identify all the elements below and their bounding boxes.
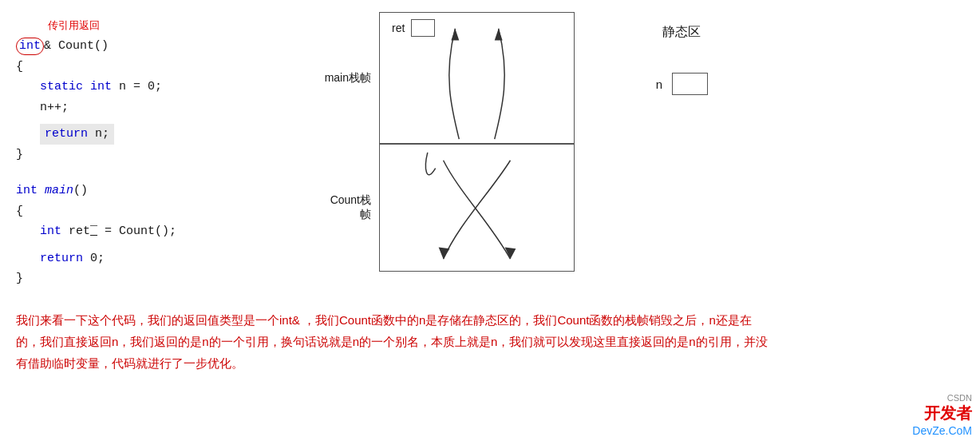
svg-marker-3 xyxy=(439,247,450,259)
return-n-highlighted: return n; xyxy=(40,124,114,145)
count-frame-arrows xyxy=(380,145,574,271)
code-line-4: n++; xyxy=(40,97,311,118)
code-line-9: int ret‾ = Count(); xyxy=(40,221,311,242)
n-var-box xyxy=(672,73,708,95)
code-line-1: int& Count() xyxy=(16,36,311,57)
watermark-top: CSDN xyxy=(947,393,972,403)
main-frame-box: ret xyxy=(379,12,575,144)
code-line-11: } xyxy=(16,268,311,289)
page-container: 传引用返回 int& Count() { static int n = 0; n… xyxy=(0,0,980,382)
code-line-8: { xyxy=(16,201,311,222)
count-frame-label: Count栈帧 xyxy=(319,193,379,222)
code-panel: 传引用返回 int& Count() { static int n = 0; n… xyxy=(16,12,311,289)
svg-marker-0 xyxy=(451,29,459,41)
watermark-sub: DevZe.CoM xyxy=(912,424,972,437)
code-line-10: return 0; xyxy=(40,248,311,269)
static-var-row: n xyxy=(646,73,708,95)
static-panel: 静态区 n xyxy=(599,12,964,95)
code-block-2: int main() { int ret‾ = Count(); return … xyxy=(16,181,311,289)
bottom-explanation-text: 我们来看一下这个代码，我们的返回值类型是一个int& ，我们Count函数中的n… xyxy=(16,309,774,374)
main-frame-label: main栈帧 xyxy=(319,71,379,85)
main-frame-row: main栈帧 ret xyxy=(319,12,599,144)
code-line-2: { xyxy=(16,57,311,77)
code-line-7: int main() xyxy=(16,181,311,201)
top-section: 传引用返回 int& Count() { static int n = 0; n… xyxy=(16,12,964,289)
watermark-main: 开发者 xyxy=(924,403,972,424)
count-frame-box xyxy=(379,144,575,272)
code-block-1: int& Count() { static int n = 0; n++; re… xyxy=(16,36,311,165)
n-var-label: n xyxy=(646,77,662,91)
diagram-panel: main栈帧 ret xyxy=(319,12,599,272)
int-keyword-highlighted: int xyxy=(16,38,44,55)
svg-marker-1 xyxy=(495,29,503,41)
count-frame-row: Count栈帧 xyxy=(319,144,599,272)
code-line-5: return n; xyxy=(40,124,311,145)
code-line-3: static int n = 0; xyxy=(40,77,311,97)
code-line-6: } xyxy=(16,145,311,165)
static-area-title: 静态区 xyxy=(662,24,701,41)
main-frame-arrows xyxy=(380,13,574,143)
annotation-label: 传引用返回 xyxy=(48,18,100,33)
watermark: CSDN 开发者 DevZe.CoM xyxy=(912,393,972,437)
